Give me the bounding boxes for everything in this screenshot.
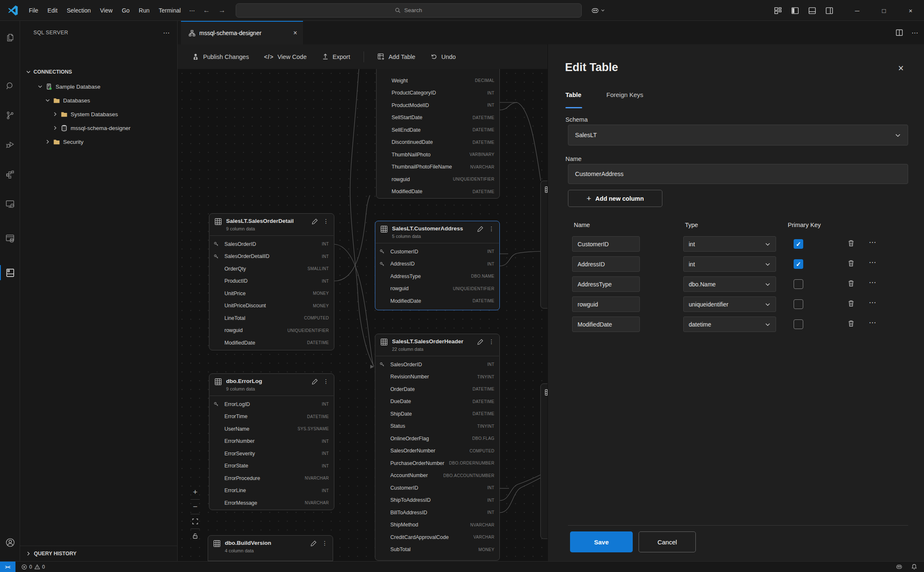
notifications-bell-icon[interactable] [911, 564, 917, 570]
table-card-errorlog[interactable]: dbo.ErrorLog 9 column data ⋮ ErrorLogID … [209, 373, 334, 510]
column-name-input[interactable]: ModifiedDate [572, 317, 640, 332]
export-button[interactable]: Export [316, 50, 356, 64]
split-editor-icon[interactable] [896, 29, 903, 36]
panel-close-icon[interactable]: × [898, 63, 904, 74]
column-more-actions[interactable]: ⋯ [869, 318, 876, 327]
table-card-customeraddress[interactable]: SalesLT.CustomerAddress 5 column data ⋮ … [375, 221, 500, 310]
edit-table-pencil-icon[interactable] [312, 378, 318, 385]
sql-server-view-icon[interactable] [0, 228, 20, 248]
edit-table-pencil-icon[interactable] [312, 218, 318, 225]
menu-item[interactable]: Run [134, 5, 154, 16]
publish-changes-button[interactable]: Publish Changes [186, 50, 255, 64]
toggle-primary-sidebar-icon[interactable] [791, 7, 799, 15]
tree-item-databases[interactable]: Databases [20, 94, 177, 107]
menu-overflow[interactable]: ⋯ [186, 5, 199, 16]
schema-select[interactable]: SalesLT [568, 125, 908, 146]
delete-column-button[interactable] [847, 279, 855, 287]
column-name-input[interactable]: rowguid [572, 296, 640, 312]
customize-layout-icon[interactable] [774, 7, 782, 15]
table-name-input[interactable]: CustomerAddress [568, 164, 908, 184]
edit-table-pencil-icon[interactable] [477, 339, 484, 345]
add-table-button[interactable]: Add Table [372, 50, 421, 64]
primary-key-checkbox[interactable]: ✓ [794, 259, 803, 269]
tab-close-icon[interactable]: × [293, 29, 297, 37]
search-view-icon[interactable] [0, 76, 20, 96]
primary-key-checkbox[interactable]: ✓ [794, 239, 803, 249]
table-menu-icon[interactable]: ⋮ [489, 338, 494, 345]
table-menu-icon[interactable]: ⋮ [322, 540, 328, 546]
table-menu-icon[interactable]: ⋮ [323, 378, 329, 385]
column-more-actions[interactable]: ⋯ [869, 258, 876, 267]
unlock-button[interactable] [188, 529, 202, 543]
tree-item-sample-database[interactable]: Sample Database [20, 80, 177, 93]
problems-indicator[interactable]: 0 0 [21, 564, 45, 570]
view-code-button[interactable]: </> View Code [258, 50, 313, 64]
tab-mssql-schema-designer[interactable]: mssql-schema-designer × [181, 21, 303, 44]
menu-item[interactable]: View [95, 5, 117, 16]
column-name-input[interactable]: AddressType [572, 276, 640, 292]
table-card-buildversion[interactable]: dbo.BuildVersion 4 column data ⋮ [208, 535, 333, 561]
schema-designer-view-icon[interactable] [0, 263, 20, 283]
source-control-icon[interactable] [0, 105, 20, 125]
column-more-actions[interactable]: ⋯ [869, 238, 876, 247]
column-name-input[interactable]: AddressID [572, 256, 640, 272]
remote-indicator[interactable]: >< [0, 562, 15, 572]
window-maximize-button[interactable]: □ [871, 0, 897, 21]
delete-column-button[interactable] [847, 259, 855, 267]
menu-item[interactable]: Go [117, 5, 134, 16]
account-icon[interactable] [0, 532, 20, 552]
extensions-icon[interactable] [0, 164, 20, 184]
table-menu-icon[interactable]: ⋮ [323, 218, 329, 225]
window-minimize-button[interactable]: ─ [844, 0, 871, 21]
column-type-select[interactable]: int [683, 236, 776, 252]
query-history-section[interactable]: QUERY HISTORY [20, 546, 177, 561]
tab-table[interactable]: Table [565, 91, 581, 98]
tab-foreign-keys[interactable]: Foreign Keys [606, 91, 643, 98]
column-more-actions[interactable]: ⋯ [869, 278, 876, 287]
column-type-select[interactable]: datetime [683, 317, 776, 332]
column-more-actions[interactable]: ⋯ [869, 298, 876, 307]
sidebar-more-actions[interactable]: ⋯ [163, 29, 171, 37]
primary-key-checkbox[interactable] [794, 299, 803, 309]
editor-more-actions[interactable]: ⋯ [911, 29, 918, 37]
edit-table-pencil-icon[interactable] [311, 540, 317, 546]
explorer-icon[interactable] [0, 28, 20, 48]
nav-forward-icon[interactable]: → [214, 6, 230, 15]
menu-item[interactable]: Selection [62, 5, 96, 16]
search-input[interactable]: Search [236, 3, 582, 18]
cancel-button[interactable]: Cancel [639, 531, 696, 552]
toggle-panel-icon[interactable] [808, 7, 816, 15]
table-card-salesorderheader[interactable]: SalesLT.SalesOrderHeader 22 column data … [375, 334, 500, 561]
tree-item-system-databases[interactable]: System Databases [20, 108, 177, 120]
delete-column-button[interactable] [847, 239, 855, 247]
undo-button[interactable]: Undo [425, 50, 462, 64]
table-card-product-partial[interactable]: Weight DECIMAL ProductCategoryID INT Pro… [376, 69, 500, 199]
tree-item-security[interactable]: Security [20, 135, 177, 148]
nav-back-icon[interactable]: ← [199, 6, 214, 15]
column-name-input[interactable]: CustomerID [572, 236, 640, 252]
fit-to-screen-button[interactable] [188, 514, 202, 529]
tree-item-mssql-schema-designer[interactable]: mssql-schema-designer [20, 122, 177, 134]
copilot-status-icon[interactable] [896, 563, 903, 570]
copilot-menu[interactable] [591, 6, 605, 15]
primary-key-checkbox[interactable] [794, 319, 803, 329]
remote-explorer-icon[interactable] [0, 194, 20, 214]
menu-item[interactable]: Terminal [154, 5, 186, 16]
table-menu-icon[interactable]: ⋮ [489, 225, 494, 232]
window-close-button[interactable]: × [897, 0, 924, 21]
delete-column-button[interactable] [847, 299, 855, 307]
add-new-column-button[interactable]: + Add new column [568, 190, 662, 207]
menu-item[interactable]: File [24, 5, 43, 16]
zoom-in-button[interactable]: + [188, 485, 202, 499]
zoom-out-button[interactable]: − [188, 500, 202, 514]
toggle-secondary-sidebar-icon[interactable] [825, 7, 833, 15]
delete-column-button[interactable] [847, 319, 855, 327]
save-button[interactable]: Save [570, 531, 633, 552]
menu-item[interactable]: Edit [43, 5, 62, 16]
run-debug-icon[interactable] [0, 135, 20, 155]
table-card-salesorderdetail[interactable]: SalesLT.SalesOrderDetail 9 column data ⋮… [209, 213, 334, 350]
connections-section[interactable]: CONNECTIONS [20, 67, 177, 77]
column-type-select[interactable]: uniqueidentifier [683, 296, 776, 312]
primary-key-checkbox[interactable] [794, 279, 803, 289]
column-type-select[interactable]: int [683, 256, 776, 272]
